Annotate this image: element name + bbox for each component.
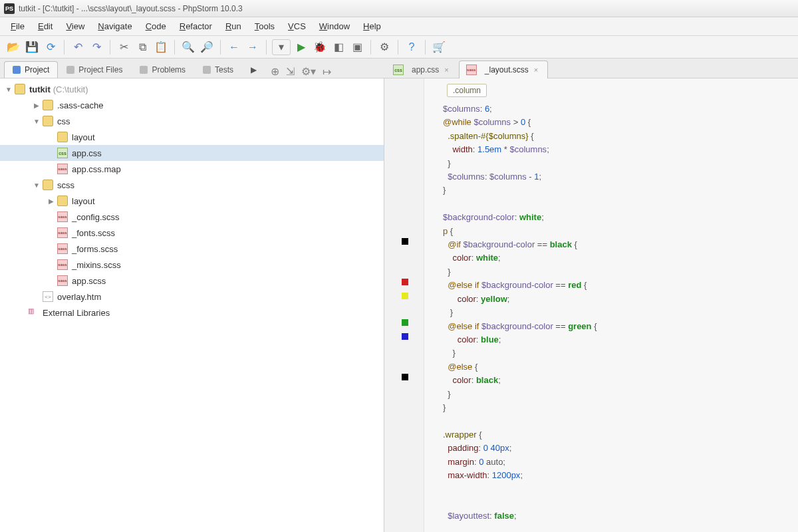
tool-tab-project-files[interactable]: Project Files (58, 61, 131, 78)
debug-icon[interactable]: 🐞 (312, 39, 328, 55)
menu-file[interactable]: File (4, 19, 31, 34)
menu-code[interactable]: Code (139, 19, 173, 34)
forward-icon[interactable]: → (245, 39, 261, 55)
title-bar: PS tutkit - [C:\tutkit] - ...\scss\layou… (0, 0, 798, 17)
tab-icon (203, 66, 211, 74)
folder-icon (15, 84, 25, 94)
tree-item-label: scss (57, 180, 74, 190)
tree-item-label: layout (72, 196, 95, 206)
window-title: tutkit - [C:\tutkit] - ...\scss\layout\_… (19, 4, 243, 13)
scss-file-icon: sass (57, 275, 68, 286)
close-tab-icon[interactable]: × (443, 66, 450, 74)
tree-item-external-libraries[interactable]: ▥External Libraries (0, 305, 384, 321)
tree-root[interactable]: ▼tutkit (C:\tutkit) (0, 81, 384, 97)
deploy-icon[interactable]: 🛒 (431, 39, 447, 55)
folder-icon (43, 180, 53, 190)
paste-icon[interactable]: 📋 (153, 39, 169, 55)
cut-icon[interactable]: ✂ (116, 39, 132, 55)
project-tree-panel: ▼tutkit (C:\tutkit)▶.sass-cache▼csslayou… (0, 78, 384, 532)
tree-item-label: app.css.map (72, 164, 121, 174)
menu-window[interactable]: Window (313, 19, 356, 34)
redo-icon[interactable]: ↷ (88, 39, 104, 55)
target-icon[interactable]: ⊕ (271, 65, 279, 78)
close-tab-icon[interactable]: × (533, 66, 539, 74)
tool-tab-tests[interactable]: Tests (194, 61, 242, 78)
stop-icon[interactable]: ▣ (349, 39, 365, 55)
toolbar-separator (266, 40, 267, 55)
undo-icon[interactable]: ↶ (70, 39, 86, 55)
gutter-color-swatch (402, 293, 408, 299)
tree-item-label: app.css (72, 148, 102, 158)
open-icon[interactable]: 📂 (5, 39, 21, 55)
folder-icon (43, 116, 53, 126)
code-editor[interactable]: .column $columns: 6; @while $columns > 0… (384, 78, 798, 532)
tool-tab-problems[interactable]: Problems (131, 61, 194, 78)
tree-item-label: .sass-cache (57, 100, 103, 110)
tree-item-app-css-map[interactable]: sassapp.css.map (0, 161, 384, 177)
sync-icon[interactable]: ⟳ (43, 39, 59, 55)
menu-view[interactable]: View (59, 19, 91, 34)
menu-bar: FileEditViewNavigateCodeRefactorRunTools… (0, 17, 798, 36)
tree-item-_forms-scss[interactable]: sass_forms.scss (0, 241, 384, 257)
menu-vcs[interactable]: VCS (281, 19, 313, 34)
tree-item-layout[interactable]: ▶layout (0, 193, 384, 209)
toolbar-separator (64, 40, 65, 55)
toolbar-separator (425, 40, 426, 55)
html-file-icon: <> (43, 291, 53, 302)
tree-item-_mixins-scss[interactable]: sass_mixins.scss (0, 257, 384, 273)
toolbar-separator (220, 40, 221, 55)
gutter-color-swatch (402, 279, 408, 285)
tree-item-scss[interactable]: ▼scss (0, 177, 384, 193)
scss-file-icon: sass (57, 243, 68, 254)
tree-item-app-css[interactable]: cssapp.css (0, 145, 384, 161)
menu-navigate[interactable]: Navigate (91, 19, 138, 34)
gear-icon[interactable]: ⚙▾ (301, 65, 316, 78)
menu-run[interactable]: Run (219, 19, 248, 34)
editor-tab-app-css[interactable]: cssapp.css× (386, 61, 459, 78)
main-toolbar: 📂 💾 ⟳ ↶ ↷ ✂ ⧉ 📋 🔍 🔎 ← → ▾ ▶ 🐞 ◧ ▣ ⚙ ? 🛒 (0, 36, 798, 59)
tree-item-overlay-htm[interactable]: <>overlay.htm (0, 289, 384, 305)
back-icon[interactable]: ← (226, 39, 242, 55)
save-icon[interactable]: 💾 (24, 39, 40, 55)
tree-item-label: _config.scss (72, 212, 120, 222)
tree-item--sass-cache[interactable]: ▶.sass-cache (0, 97, 384, 113)
zoom-in-icon[interactable]: 🔍 (180, 39, 196, 55)
tree-item-layout[interactable]: layout (0, 129, 384, 145)
tree-item-_fonts-scss[interactable]: sass_fonts.scss (0, 225, 384, 241)
tool-tab-project[interactable]: Project (4, 61, 58, 78)
library-icon: ▥ (28, 307, 39, 318)
tab-icon (140, 66, 148, 74)
hide-icon[interactable]: ↦ (323, 65, 331, 78)
tree-item-label: overlay.htm (57, 292, 101, 302)
menu-help[interactable]: Help (356, 19, 388, 34)
toolbar-separator (110, 40, 110, 55)
breadcrumb[interactable]: .column (447, 84, 487, 97)
scss-file-icon: sass (57, 227, 68, 238)
editor-tab-_layout-scss[interactable]: sass_layout.scss× (459, 61, 548, 78)
tree-item-label: _fonts.scss (72, 228, 115, 238)
menu-edit[interactable]: Edit (31, 19, 59, 34)
tree-item-css[interactable]: ▼css (0, 113, 384, 129)
run-icon[interactable]: ▶ (293, 39, 309, 55)
zoom-out-icon[interactable]: 🔎 (199, 39, 215, 55)
coverage-icon[interactable]: ◧ (331, 39, 346, 55)
tree-item-label: External Libraries (43, 308, 110, 318)
run-config-dropdown[interactable]: ▾ (272, 39, 291, 55)
tree-item-_config-scss[interactable]: sass_config.scss (0, 209, 384, 225)
tab-icon (13, 66, 21, 74)
menu-tools[interactable]: Tools (248, 19, 281, 34)
tree-item-label: _mixins.scss (72, 260, 121, 270)
tree-item-app-scss[interactable]: sassapp.scss (0, 273, 384, 289)
folder-icon (57, 132, 68, 142)
menu-refactor[interactable]: Refactor (173, 19, 219, 34)
copy-icon[interactable]: ⧉ (134, 39, 150, 55)
folder-icon (43, 100, 53, 110)
toolbar-separator (398, 40, 398, 55)
toolbar-separator (174, 40, 175, 55)
tree-item-label: app.scss (72, 276, 106, 286)
gutter-color-swatch (402, 374, 408, 380)
settings-icon[interactable]: ⚙ (376, 39, 392, 55)
collapse-icon[interactable]: ⇲ (286, 65, 295, 78)
more-tabs-icon[interactable]: ▶ (242, 61, 265, 78)
help-icon[interactable]: ? (404, 39, 420, 55)
